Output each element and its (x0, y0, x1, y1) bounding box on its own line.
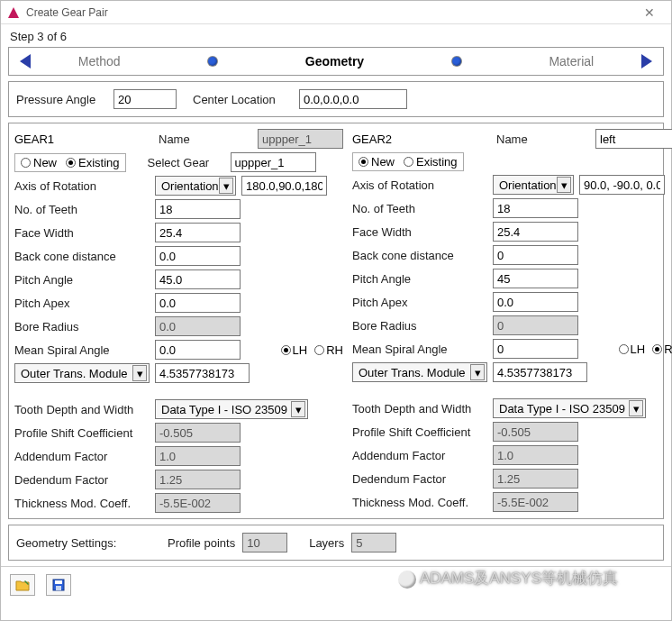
gear1-back-cone-input[interactable] (155, 246, 241, 266)
axis-label: Axis of Rotation (352, 178, 487, 192)
tooth-depth-label: Tooth Depth and Width (14, 403, 150, 416)
layers-label: Layers (309, 536, 344, 550)
gear1-mean-spiral-input[interactable] (155, 340, 241, 360)
title-bar: Create Gear Pair ✕ (1, 1, 671, 24)
gear2-existing-radio[interactable]: Existing (404, 155, 458, 169)
gear2-title: GEAR2 (352, 132, 487, 146)
addendum-label: Addendum Factor (14, 450, 150, 463)
gear1-profile-shift-input (155, 423, 241, 443)
gear2-face-width-input[interactable] (493, 222, 578, 242)
gear2-tooth-depth-select[interactable]: Data Type I - ISO 23509▾ (493, 398, 646, 418)
name-label: Name (496, 132, 586, 146)
gear1-tooth-depth-select[interactable]: Data Type I - ISO 23509▾ (155, 399, 308, 419)
gear2-lh-radio[interactable]: LH (619, 342, 646, 356)
gear1-pitch-angle-input[interactable] (155, 269, 241, 289)
gear1-addendum-input (155, 446, 241, 466)
gear1-orientation-input[interactable] (241, 176, 327, 196)
name-label: Name (159, 132, 249, 146)
center-location-input[interactable] (299, 89, 407, 109)
gear2-mean-spiral-input[interactable] (493, 339, 578, 359)
pressure-angle-input[interactable] (114, 89, 177, 109)
gear2-no-teeth-input[interactable] (493, 198, 578, 218)
gear1-existing-radio[interactable]: Existing (66, 156, 120, 169)
gear2-orientation-select[interactable]: Orientation▾ (493, 175, 574, 195)
gear2-back-cone-input[interactable] (493, 245, 578, 265)
wizard-nav: Method Geometry Material (8, 47, 664, 76)
gear1-select-gear-input[interactable] (231, 152, 316, 172)
gear1-bore-radius-input (155, 316, 241, 336)
next-arrow[interactable] (638, 53, 654, 69)
gear2-pitch-apex-input[interactable] (493, 292, 578, 312)
pitch-angle-label: Pitch Angle (14, 273, 150, 287)
gear1-no-teeth-input[interactable] (155, 199, 241, 219)
gear2-column: GEAR2 Name New Existing Axis of Rotation… (352, 129, 672, 513)
bore-radius-label: Bore Radius (14, 320, 150, 333)
bottom-bar (1, 566, 671, 603)
thick-mod-label: Thickness Mod. Coeff. (352, 496, 487, 509)
gear1-module-select[interactable]: Outer Trans. Module▾ (14, 363, 150, 383)
gear1-orientation-select[interactable]: Orientation▾ (155, 176, 236, 196)
center-location-label: Center Location (193, 93, 292, 106)
pitch-angle-label: Pitch Angle (352, 272, 487, 286)
svg-marker-2 (641, 54, 652, 68)
tooth-depth-label: Tooth Depth and Width (352, 402, 487, 416)
close-button[interactable]: ✕ (633, 5, 666, 20)
svg-rect-4 (55, 580, 62, 584)
chevron-down-icon: ▾ (132, 365, 147, 381)
pitch-apex-label: Pitch Apex (14, 297, 150, 310)
back-cone-label: Back cone distance (14, 250, 150, 263)
axis-label: Axis of Rotation (14, 179, 150, 193)
gear1-module-input[interactable] (155, 363, 250, 383)
gear1-pitch-apex-input[interactable] (155, 293, 241, 313)
gear1-rh-radio[interactable]: RH (314, 343, 343, 357)
mean-spiral-label: Mean Spiral Angle (14, 343, 150, 357)
svg-rect-5 (56, 586, 61, 590)
save-button[interactable] (46, 574, 71, 596)
gear2-module-select[interactable]: Outer Trans. Module▾ (352, 362, 487, 382)
wizard-geometry[interactable]: Geometry (305, 54, 364, 68)
chevron-down-icon: ▾ (470, 364, 485, 380)
pitch-apex-label: Pitch Apex (352, 296, 487, 309)
no-teeth-label: No. of Teeth (352, 202, 487, 215)
open-folder-button[interactable] (10, 574, 35, 596)
window-title: Create Gear Pair (26, 6, 633, 19)
no-teeth-label: No. of Teeth (14, 203, 150, 216)
chevron-down-icon: ▾ (219, 178, 233, 194)
wizard-dot (452, 57, 461, 66)
top-panel: Pressure Angle Center Location (8, 81, 664, 117)
gear1-new-radio[interactable]: New (21, 156, 57, 169)
gear2-pitch-angle-input[interactable] (493, 269, 578, 288)
gear1-column: GEAR1 Name New Existing Select Gear Axis… (14, 129, 343, 513)
step-label: Step 3 of 6 (1, 24, 671, 45)
profile-shift-label: Profile Shift Coefficient (352, 425, 487, 439)
gear2-new-radio[interactable]: New (359, 155, 395, 169)
layers-input[interactable] (351, 533, 396, 553)
gear2-mode-group: New Existing (352, 152, 464, 171)
wizard-material[interactable]: Material (549, 54, 594, 68)
gear1-lh-radio[interactable]: LH (281, 343, 308, 357)
back-cone-label: Back cone distance (352, 249, 487, 262)
app-icon (6, 5, 21, 20)
gear1-dedendum-input (155, 470, 241, 489)
gear2-orientation-input[interactable] (579, 175, 665, 195)
gear2-name-input[interactable] (595, 129, 672, 149)
gear2-profile-shift-input (493, 422, 578, 442)
dedendum-label: Dedendum Factor (14, 473, 150, 487)
gear2-rh-radio[interactable]: RH (652, 342, 672, 356)
dedendum-label: Dedendum Factor (352, 472, 487, 486)
gears-panel: GEAR1 Name New Existing Select Gear Axis… (8, 123, 664, 519)
gear2-dedendum-input (493, 469, 578, 489)
gear1-thick-mod-input (155, 493, 241, 513)
gear1-face-width-input[interactable] (155, 223, 241, 242)
svg-marker-1 (20, 54, 31, 68)
geometry-settings-label: Geometry Settings: (16, 536, 160, 550)
wizard-method[interactable]: Method (78, 54, 121, 68)
addendum-label: Addendum Factor (352, 449, 487, 462)
profile-points-input[interactable] (242, 533, 287, 553)
face-width-label: Face Width (14, 226, 150, 240)
geometry-settings-panel: Geometry Settings: Profile points Layers (8, 525, 664, 561)
gear2-bore-radius-input (493, 315, 578, 335)
gear2-module-input[interactable] (493, 362, 587, 382)
svg-marker-0 (8, 7, 19, 18)
prev-arrow[interactable] (18, 53, 34, 69)
